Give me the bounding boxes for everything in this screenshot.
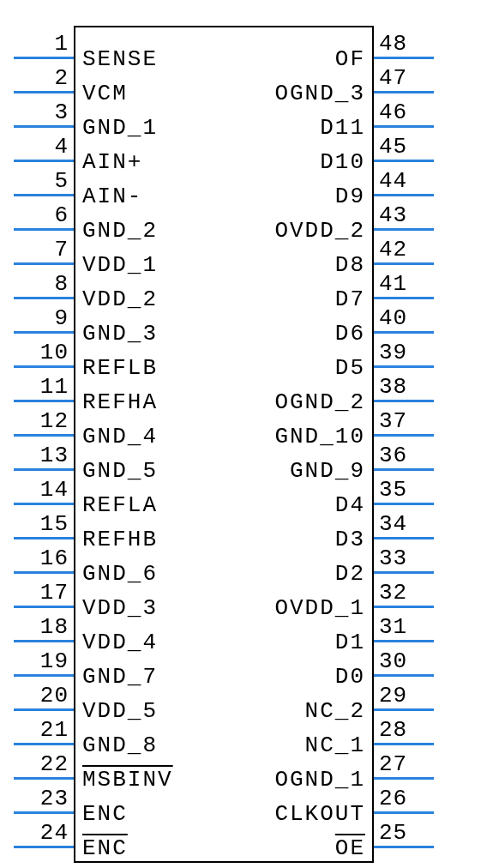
pin-row: 4AIN+ xyxy=(14,129,224,163)
pin-number: 20 xyxy=(14,683,69,708)
pin-number: 30 xyxy=(379,648,434,674)
pin-lead xyxy=(14,57,74,59)
pin-row: 29NC_2 xyxy=(224,678,434,712)
pin-lead xyxy=(374,434,434,437)
pin-row: 22MSBINV xyxy=(14,746,224,781)
pin-number: 48 xyxy=(379,31,434,57)
pin-number: 39 xyxy=(379,340,434,365)
pin-lead xyxy=(374,571,434,574)
pin-lead xyxy=(14,228,74,231)
pin-row: 36GND_9 xyxy=(224,437,434,472)
pin-number: 42 xyxy=(379,237,434,262)
pin-lead xyxy=(374,194,434,196)
pin-row: 19GND_7 xyxy=(14,643,224,678)
pin-row: 44D9 xyxy=(224,163,434,197)
pin-column-left: 1SENSE2VCM3GND_14AIN+5AIN-6GND_27VDD_18V… xyxy=(14,26,224,849)
pin-number: 13 xyxy=(14,443,69,468)
pin-number: 2 xyxy=(14,65,69,91)
pin-row: 25OE xyxy=(224,815,434,849)
pin-row: 8VDD_2 xyxy=(14,266,224,300)
pin-row: 7VDD_1 xyxy=(14,232,224,266)
pin-lead xyxy=(14,708,74,711)
pin-lead xyxy=(14,640,74,642)
pin-number: 47 xyxy=(379,65,434,91)
pin-lead xyxy=(374,160,434,162)
pin-lead xyxy=(374,743,434,745)
pin-lead xyxy=(14,846,74,848)
pin-row: 38OGND_2 xyxy=(224,369,434,403)
pin-number: 7 xyxy=(14,237,69,262)
pin-number: 8 xyxy=(14,271,69,297)
pin-row: 39D5 xyxy=(224,335,434,369)
pin-row: 47OGND_3 xyxy=(224,60,434,94)
pin-number: 40 xyxy=(379,305,434,331)
pin-lead xyxy=(14,811,74,814)
pin-number: 24 xyxy=(14,820,69,846)
pin-number: 33 xyxy=(379,546,434,571)
pin-row: 45D10 xyxy=(224,129,434,163)
pin-lead xyxy=(374,297,434,299)
pin-lead xyxy=(374,640,434,642)
pin-number: 43 xyxy=(379,202,434,228)
pin-lead xyxy=(14,571,74,574)
pin-number: 4 xyxy=(14,134,69,160)
pin-row: 1SENSE xyxy=(14,26,224,60)
pin-row: 34D3 xyxy=(224,506,434,540)
pin-row: 2VCM xyxy=(14,60,224,94)
pin-row: 37GND_10 xyxy=(224,403,434,437)
pin-lead xyxy=(14,262,74,265)
pin-label: ENC xyxy=(82,835,128,861)
pin-row: 27OGND_1 xyxy=(224,746,434,781)
pin-lead xyxy=(14,331,74,334)
pin-lead xyxy=(14,468,74,471)
pin-row: 30D0 xyxy=(224,643,434,678)
pin-row: 3GND_1 xyxy=(14,94,224,129)
pin-lead xyxy=(374,537,434,539)
pin-number: 6 xyxy=(14,202,69,228)
pin-number: 22 xyxy=(14,751,69,777)
pin-row: 13GND_5 xyxy=(14,437,224,472)
pin-label: OE xyxy=(335,835,365,861)
pin-number: 26 xyxy=(379,786,434,811)
pin-row: 17VDD_3 xyxy=(14,575,224,609)
pin-lead xyxy=(374,846,434,848)
pin-lead xyxy=(374,503,434,505)
pin-row: 46D11 xyxy=(224,94,434,129)
pin-lead xyxy=(14,503,74,505)
pin-number: 15 xyxy=(14,511,69,537)
pin-row: 14REFLA xyxy=(14,472,224,506)
pin-row: 23ENC xyxy=(14,781,224,815)
pin-row: 18VDD_4 xyxy=(14,609,224,643)
pin-row: 5AIN- xyxy=(14,163,224,197)
pin-number: 36 xyxy=(379,443,434,468)
pin-row: 24ENC xyxy=(14,815,224,849)
pin-lead xyxy=(14,743,74,745)
pin-number: 17 xyxy=(14,580,69,606)
pin-number: 32 xyxy=(379,580,434,606)
pin-row: 9GND_3 xyxy=(14,300,224,335)
pin-row: 42D8 xyxy=(224,232,434,266)
pin-row: 12GND_4 xyxy=(14,403,224,437)
pin-number: 25 xyxy=(379,820,434,846)
pin-column-right: 48OF47OGND_346D1145D1044D943OVDD_242D841… xyxy=(224,26,434,849)
pin-row: 32OVDD_1 xyxy=(224,575,434,609)
pin-number: 23 xyxy=(14,786,69,811)
pin-number: 45 xyxy=(379,134,434,160)
pin-lead xyxy=(14,537,74,539)
pin-number: 19 xyxy=(14,648,69,674)
pin-lead xyxy=(374,228,434,231)
pin-lead xyxy=(374,365,434,368)
pin-number: 37 xyxy=(379,408,434,434)
pin-lead xyxy=(14,606,74,608)
pin-lead xyxy=(14,777,74,780)
pin-row: 16GND_6 xyxy=(14,540,224,575)
pin-lead xyxy=(14,160,74,162)
pin-number: 1 xyxy=(14,31,69,57)
pin-number: 28 xyxy=(379,717,434,743)
pin-lead xyxy=(374,400,434,402)
pin-row: 10REFLB xyxy=(14,335,224,369)
pin-row: 6GND_2 xyxy=(14,197,224,232)
pin-number: 35 xyxy=(379,477,434,503)
pin-number: 29 xyxy=(379,683,434,708)
pin-lead xyxy=(374,262,434,265)
